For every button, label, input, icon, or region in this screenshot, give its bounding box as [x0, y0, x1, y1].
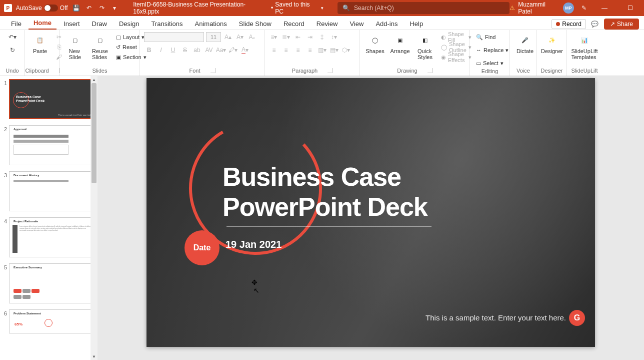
underline-icon: U [168, 45, 178, 55]
dictate-button[interactable]: 🎤Dictate [514, 32, 536, 55]
undo-button[interactable]: ↶▾ [8, 32, 18, 42]
tab-insert[interactable]: Insert [58, 18, 85, 30]
clear-format-icon: Aₓ [247, 32, 257, 42]
divider-line [226, 226, 432, 227]
pen-icon[interactable]: ✎ [580, 4, 589, 13]
thumbnail-2[interactable]: Approval [9, 125, 94, 165]
thumb-number: 1 [1, 79, 7, 86]
copy-icon: ⎘ [54, 42, 64, 52]
arrange-button[interactable]: ▣Arrange [389, 32, 411, 55]
tab-file[interactable]: File [6, 18, 26, 30]
thumbnail-1[interactable]: Business Case PowerPoint Deck This is a … [9, 79, 94, 119]
tab-design[interactable]: Design [114, 18, 144, 30]
indent-dec-icon: ⇤ [293, 32, 303, 42]
document-title[interactable]: ItemID-6658-Business Case Presentation-1… [133, 1, 324, 15]
scroll-up-icon[interactable]: ▲ [90, 76, 98, 83]
thumb-number: 2 [1, 125, 7, 132]
tab-animations[interactable]: Animations [190, 18, 232, 30]
quick-styles-icon: ◧ [418, 33, 432, 47]
font-name-box[interactable] [144, 32, 204, 42]
line-spacing-icon: ‡ [317, 32, 327, 42]
group-voice-label: Voice [514, 68, 532, 75]
indent-inc-icon: ⇥ [305, 32, 315, 42]
replace-button[interactable]: ↔ Replace ▾ [474, 45, 510, 55]
align-center-icon: ≡ [281, 45, 291, 55]
title-bar: P AutoSave Off 💾 ↶ ↷ ▾ ItemID-6658-Busin… [0, 0, 644, 16]
search-box[interactable]: 🔍 Search (Alt+Q) [338, 2, 510, 14]
avatar: MP [563, 3, 574, 14]
reuse-slides-icon: ▢ [93, 33, 107, 47]
slide-thumbnails-panel: 1 Business Case PowerPoint Deck This is … [0, 76, 98, 360]
qat-more-icon[interactable]: ▾ [110, 4, 120, 13]
slideuplift-icon: 📊 [578, 33, 592, 47]
record-button[interactable]: Record [552, 19, 586, 29]
tab-view[interactable]: View [344, 18, 368, 30]
date-value[interactable]: 19 Jan 2021 [226, 239, 282, 250]
shapes-icon: ◯ [368, 33, 382, 47]
thumbnail-3[interactable]: Document History [9, 171, 94, 211]
slide[interactable]: Business CasePowerPoint Deck Date 19 Jan… [146, 78, 595, 347]
group-paragraph-label: Paragraph [292, 68, 318, 74]
warning-icon: ⚠ [510, 5, 515, 12]
date-badge[interactable]: Date [184, 230, 220, 265]
paste-button[interactable]: 📋 Paste [29, 32, 51, 55]
shape-effects-button: ◉ Shape Effects ▾ [439, 52, 474, 62]
align-left-icon: ≡ [269, 45, 279, 55]
new-slide-icon: ▢ [68, 33, 82, 47]
thumb-number: 6 [1, 309, 7, 316]
redo-icon[interactable]: ↷ [98, 4, 106, 13]
select-button[interactable]: ▭ Select ▾ [474, 58, 506, 68]
font-size-box[interactable]: 11 [206, 32, 221, 42]
group-slideuplift-label: SlideUpLift [571, 68, 598, 75]
redo-button[interactable]: ↻ [8, 45, 18, 55]
shape-fill-button: ◐ Shape Fill ▾ [439, 32, 474, 42]
reuse-slides-button[interactable]: ▢ Reuse Slides [89, 32, 111, 61]
maximize-button[interactable]: ☐ [620, 0, 640, 16]
undo-icon[interactable]: ↶ [84, 4, 94, 13]
tab-transitions[interactable]: Transitions [146, 18, 188, 30]
minimize-button[interactable]: — [594, 0, 614, 16]
align-right-icon: ≡ [293, 45, 303, 55]
tab-draw[interactable]: Draw [87, 18, 112, 30]
italic-icon: I [156, 45, 166, 55]
toggle-switch[interactable] [44, 5, 58, 12]
tab-help[interactable]: Help [404, 18, 428, 30]
case-icon: Aa▾ [216, 45, 226, 55]
group-font-label: Font [189, 68, 200, 74]
tab-slideshow[interactable]: Slide Show [234, 18, 276, 30]
group-editing-label: Editing [474, 68, 506, 75]
clipboard-launcher[interactable] [59, 68, 60, 73]
font-launcher[interactable] [210, 68, 216, 73]
slide-canvas-area[interactable]: Business CasePowerPoint Deck Date 19 Jan… [98, 76, 644, 360]
shapes-button[interactable]: ◯Shapes [364, 32, 386, 55]
scroll-down-icon[interactable]: ▼ [90, 353, 98, 360]
highlight-icon: 🖍▾ [228, 45, 238, 55]
new-slide-button[interactable]: ▢ New Slide [64, 32, 86, 61]
tab-home[interactable]: Home [28, 17, 56, 30]
tab-review[interactable]: Review [312, 18, 343, 30]
dictate-icon: 🎤 [518, 33, 532, 47]
comments-icon[interactable]: 💬 [590, 19, 600, 29]
g-badge[interactable]: G [569, 310, 585, 326]
find-button[interactable]: 🔍 Find [474, 32, 498, 42]
app-icon: P [4, 4, 12, 12]
share-button[interactable]: ↗Share [604, 19, 639, 30]
save-icon[interactable]: 💾 [72, 4, 81, 13]
arrange-icon: ▣ [393, 33, 407, 47]
slideuplift-button[interactable]: 📊SlideUpLift Templates [571, 32, 598, 61]
tab-record[interactable]: Record [278, 18, 310, 30]
paragraph-launcher[interactable] [328, 68, 332, 73]
thumbnail-4[interactable]: Project Rationale Lorem ipsum dolor sit … [9, 217, 94, 257]
drawing-launcher[interactable] [428, 68, 432, 73]
tab-addins[interactable]: Add-ins [370, 18, 402, 30]
thumbnail-5[interactable]: Executive Summary [9, 263, 94, 303]
scrollbar-handle[interactable] [92, 83, 96, 183]
slide-title[interactable]: Business CasePowerPoint Deck [222, 162, 428, 222]
thumbnails-scrollbar[interactable]: ▲ ▼ [90, 76, 98, 360]
user-account[interactable]: ⚠ Muzammil Patel MP [510, 1, 574, 15]
thumbnail-6[interactable]: Problem Statement 65% [9, 309, 94, 333]
thumb-number: 3 [1, 171, 7, 178]
footer-text[interactable]: This is a sample text. Enter your text h… [426, 313, 566, 322]
autosave-toggle[interactable]: AutoSave Off [16, 5, 68, 12]
designer-button[interactable]: ✨Designer [541, 32, 563, 55]
